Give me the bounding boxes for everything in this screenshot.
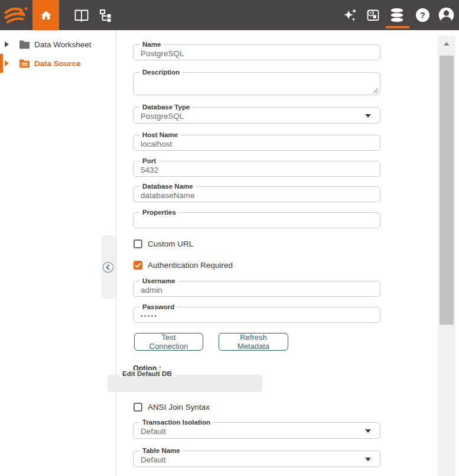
field-value: 5432 xyxy=(134,161,380,174)
resize-grip-icon[interactable] xyxy=(373,88,379,93)
repository-tree-button[interactable] xyxy=(96,0,117,30)
authentication-required-checkbox-row[interactable]: Authentication Required xyxy=(134,261,233,270)
checkbox-label: Authentication Required xyxy=(148,261,233,270)
description-field[interactable]: Description xyxy=(133,72,380,95)
checkbox-label: ANSI Join Syntax xyxy=(148,403,210,412)
edit-default-db-field-disabled xyxy=(108,375,262,392)
account-icon xyxy=(438,7,455,24)
properties-field[interactable]: Properties xyxy=(133,212,380,228)
edit-default-db-label: Edit Default DB xyxy=(119,370,175,377)
field-label: Password xyxy=(139,303,177,311)
content-area: Data Worksheet Data Source Na xyxy=(0,30,459,476)
home-button[interactable] xyxy=(32,0,59,30)
custom-url-checkbox-row[interactable]: Custom URL xyxy=(134,239,193,248)
documentation-button[interactable] xyxy=(70,0,93,30)
field-label: Table Name xyxy=(139,447,183,455)
ai-assistant-button[interactable] xyxy=(340,0,359,30)
dropdown-caret-icon xyxy=(365,458,371,461)
field-label: Database Type xyxy=(139,103,193,111)
password-field[interactable]: Password ••••• xyxy=(133,307,380,323)
tree-icon xyxy=(99,9,113,22)
field-label: Name xyxy=(139,41,164,48)
inetsoft-logo xyxy=(1,0,32,30)
ansi-join-syntax-checkbox-row[interactable]: ANSI Join Syntax xyxy=(134,403,210,412)
expand-arrow-icon[interactable] xyxy=(5,60,9,66)
data-folder-icon xyxy=(19,59,30,68)
svg-text:?: ? xyxy=(420,11,425,20)
authentication-required-checkbox[interactable] xyxy=(134,261,142,270)
table-name-select[interactable]: Table Name Default xyxy=(133,451,380,467)
field-label: Transaction Isolation xyxy=(139,419,213,426)
help-icon: ? xyxy=(415,7,431,23)
sparkle-icon xyxy=(342,7,358,23)
dropdown-caret-icon xyxy=(365,429,371,433)
port-field[interactable]: Port 5432 xyxy=(133,161,380,177)
field-label: Database Name xyxy=(139,183,196,190)
sidebar-item-label: Data Source xyxy=(34,59,81,68)
sidebar-item-data-source[interactable]: Data Source xyxy=(0,54,116,73)
app-window: ? xyxy=(0,0,459,476)
folder-icon xyxy=(19,40,30,49)
account-button[interactable] xyxy=(436,0,456,30)
sidebar-divider xyxy=(116,30,116,476)
field-label: Properties xyxy=(139,209,179,216)
host-name-field[interactable]: Host Name localhost xyxy=(133,135,380,151)
name-field[interactable]: Name PostgreSQL xyxy=(133,44,380,60)
checkbox-label: Custom URL xyxy=(148,239,193,248)
transaction-isolation-select[interactable]: Transaction Isolation Default xyxy=(133,422,380,439)
home-icon xyxy=(40,9,53,22)
scrollbar-up-arrow[interactable] xyxy=(444,42,450,46)
sidebar-item-data-worksheet[interactable]: Data Worksheet xyxy=(0,35,116,54)
field-label: Description xyxy=(139,69,183,76)
schedule-icon xyxy=(365,7,381,23)
database-type-select[interactable]: Database Type PostgreSQL xyxy=(133,107,380,124)
custom-url-checkbox[interactable] xyxy=(134,239,142,248)
top-toolbar: ? xyxy=(0,0,459,30)
help-button[interactable]: ? xyxy=(413,0,432,30)
active-item-indicator xyxy=(0,54,3,73)
sidebar-item-label: Data Worksheet xyxy=(34,40,92,49)
refresh-metadata-button[interactable]: Refresh Metadata xyxy=(219,333,288,351)
vertical-scrollbar-thumb[interactable] xyxy=(440,56,454,325)
dropdown-caret-icon xyxy=(365,114,371,118)
active-tab-underline xyxy=(386,26,409,28)
check-icon xyxy=(135,263,141,268)
username-field[interactable]: Username admin xyxy=(133,281,380,297)
database-icon xyxy=(388,7,406,23)
schedule-button[interactable] xyxy=(363,0,382,30)
field-value: PostgreSQL xyxy=(134,45,380,58)
collapse-sidebar-button[interactable] xyxy=(102,261,114,273)
book-icon xyxy=(74,8,89,22)
field-label: Host Name xyxy=(139,131,181,139)
field-label: Port xyxy=(139,157,159,165)
test-connection-button[interactable]: Test Connection xyxy=(134,333,203,351)
field-label: Username xyxy=(139,277,178,285)
database-name-field[interactable]: Database Name databaseName xyxy=(133,186,380,202)
ansi-join-syntax-checkbox[interactable] xyxy=(134,403,142,412)
expand-arrow-icon[interactable] xyxy=(5,41,9,47)
vertical-scrollbar-track[interactable] xyxy=(438,35,455,476)
